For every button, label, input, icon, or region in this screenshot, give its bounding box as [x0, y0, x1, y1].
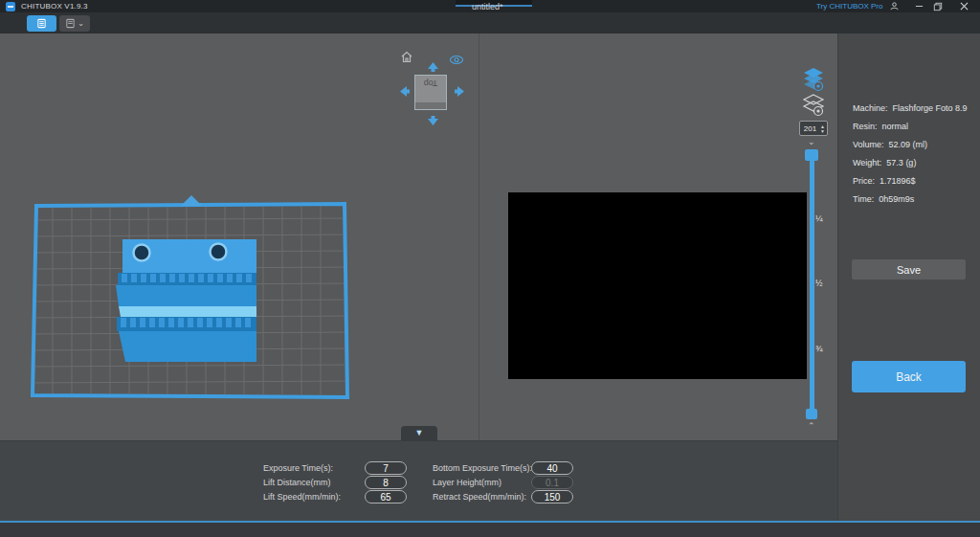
export-button[interactable]: ⌄ [59, 15, 90, 32]
slider-mark-three-quarter: ¾ [815, 344, 823, 353]
layer-down-icon[interactable]: ▼ [820, 129, 825, 133]
lift-distance-label: Lift Distance(mm) [263, 478, 331, 487]
layer-number-spinner[interactable]: 201 ▲ ▼ [799, 121, 828, 136]
rotate-down-arrow-icon[interactable] [426, 113, 440, 130]
show-all-layers-icon[interactable] [802, 67, 825, 96]
home-view-icon[interactable] [400, 50, 413, 67]
weight-info-row: Weight:57.3 (g) [853, 158, 916, 168]
account-icon[interactable] [886, 0, 902, 12]
viewport: Top 201 [0, 34, 837, 440]
layer-height-label: Layer Height(mm) [433, 478, 501, 487]
slider-mark-half: ½ [815, 279, 823, 288]
retract-speed-label: Retract Speed(mm/min): [433, 492, 526, 502]
slice-icon [36, 15, 47, 33]
layer-height-input [531, 476, 573, 489]
layer-step-down-icon[interactable]: ⌄ [808, 137, 815, 146]
bottom-exposure-time-input[interactable] [531, 461, 573, 475]
layer-up-icon[interactable]: ▲ [820, 124, 825, 128]
lift-speed-label: Lift Speed(mm/min): [263, 492, 341, 502]
bottom-exposure-time-label: Bottom Exposure Time(s): [433, 463, 532, 473]
status-bar [0, 523, 980, 537]
resin-info-row: Resin:normal [853, 122, 908, 131]
exposure-time-input[interactable] [365, 461, 407, 475]
machine-info-row: Machine:Flashforge Foto 8.9 [853, 103, 968, 113]
price-info-row: Price:1.71896$ [853, 176, 916, 186]
toolbar: ⌄ [0, 12, 980, 34]
lift-distance-input[interactable] [365, 476, 407, 489]
try-pro-link[interactable]: Try CHITUBOX Pro [816, 2, 882, 11]
slider-mark-quarter: ¼ [815, 213, 823, 223]
layer-slider-track[interactable] [810, 155, 814, 412]
app-logo-icon [6, 2, 15, 11]
lift-speed-input[interactable] [365, 490, 407, 503]
nav-cube-face-label: Top [415, 78, 446, 88]
nav-cube-front-edge [415, 102, 446, 109]
plate-front-marker [181, 195, 202, 206]
minimize-button[interactable] [911, 0, 926, 12]
slice-preview [508, 192, 807, 379]
chevron-down-icon: ⌄ [78, 20, 84, 28]
layer-step-up-icon[interactable]: ⌃ [808, 421, 815, 431]
close-button[interactable] [956, 0, 971, 12]
info-panel: Machine:Flashforge Foto 8.9 Resin:normal… [837, 34, 980, 522]
layer-slider-handle-bottom[interactable] [806, 409, 817, 419]
titlebar: CHITUBOX V1.9.3 untitled* Try CHITUBOX P… [0, 0, 980, 12]
rotate-right-arrow-icon[interactable] [454, 84, 465, 102]
volume-info-row: Volume:52.09 (ml) [853, 140, 927, 149]
layer-slider-handle-top[interactable] [805, 149, 818, 161]
collapse-settings-tab[interactable]: ▼ [401, 426, 437, 440]
chitubox-window: CHITUBOX V1.9.3 untitled* Try CHITUBOX P… [0, 0, 980, 537]
triangle-down-icon: ▼ [415, 429, 424, 437]
export-file-icon [65, 15, 76, 33]
retract-speed-input[interactable] [531, 490, 573, 503]
single-layer-view-icon[interactable] [802, 94, 825, 121]
document-title: untitled* [472, 2, 503, 11]
print-settings-panel: Exposure Time(s): Lift Distance(mm) Lift… [0, 440, 837, 522]
model[interactable] [116, 239, 256, 362]
back-button[interactable]: Back [852, 361, 966, 392]
rotate-left-arrow-icon[interactable] [399, 84, 411, 102]
app-title: CHITUBOX V1.9.3 [21, 2, 88, 11]
pane-divider [479, 34, 479, 440]
layer-number-value: 201 [800, 124, 820, 133]
slice-button[interactable] [27, 15, 56, 32]
exposure-time-label: Exposure Time(s): [263, 463, 333, 473]
time-info-row: Time:0h59m9s [853, 194, 914, 204]
restore-button[interactable] [930, 0, 946, 12]
save-button[interactable]: Save [852, 259, 966, 280]
view-eye-icon[interactable] [449, 52, 464, 69]
nav-cube[interactable]: Top [414, 75, 447, 110]
